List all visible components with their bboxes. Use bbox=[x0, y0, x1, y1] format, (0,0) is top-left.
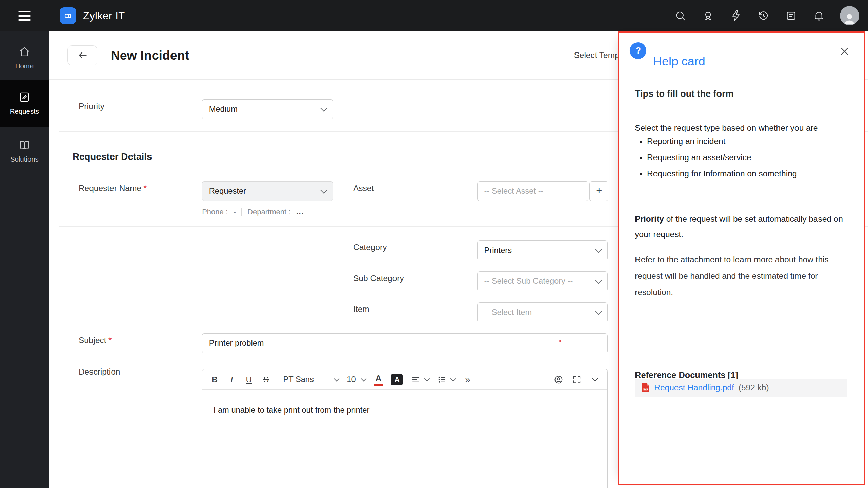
reference-document-row[interactable]: PDF Request Handling.pdf (592 kb) bbox=[635, 379, 847, 397]
user-avatar[interactable] bbox=[840, 6, 859, 25]
strikethrough-button[interactable]: S bbox=[262, 373, 270, 386]
list-item: Reporting an incident bbox=[647, 135, 797, 147]
description-text[interactable]: I am unable to take print out from the p… bbox=[202, 390, 607, 430]
sidebar-item-label: Home bbox=[15, 62, 34, 70]
sidebar-item-requests[interactable]: Requests bbox=[0, 80, 49, 127]
tips-heading: Tips to fill out the form bbox=[635, 89, 733, 99]
priority-note: Priority of the request will be set auto… bbox=[635, 211, 855, 242]
chevron-down-icon bbox=[361, 376, 367, 382]
highlight-color-button[interactable]: A bbox=[391, 374, 403, 385]
department-value[interactable]: ... bbox=[296, 208, 304, 216]
chevron-down-icon bbox=[320, 187, 327, 194]
notifications-icon[interactable] bbox=[812, 9, 825, 22]
bold-button[interactable]: B bbox=[210, 373, 219, 386]
font-size-select[interactable]: 10 bbox=[347, 373, 366, 386]
asset-label: Asset bbox=[353, 184, 374, 193]
sidebar-item-label: Requests bbox=[10, 108, 39, 115]
chevron-down-icon bbox=[595, 246, 602, 253]
meta-divider bbox=[241, 208, 242, 216]
editor-toolbar-right bbox=[554, 373, 600, 386]
chevron-down-icon bbox=[424, 376, 430, 382]
menu-icon[interactable] bbox=[0, 0, 49, 31]
mention-icon[interactable] bbox=[554, 373, 563, 386]
brand-name: Zylker IT bbox=[83, 10, 125, 22]
help-card-panel: ? Help card Tips to fill out the form Se… bbox=[618, 31, 865, 485]
list-item: Requesting for Information on something bbox=[647, 168, 797, 179]
font-family-select[interactable]: PT Sans bbox=[283, 373, 339, 386]
sub-category-select[interactable]: -- Select Sub Category -- bbox=[477, 271, 608, 291]
tips-list: Reporting an incident Requesting an asse… bbox=[635, 135, 797, 185]
category-select[interactable]: Printers bbox=[477, 240, 608, 260]
arrow-left-icon bbox=[77, 50, 88, 61]
sidebar-item-home[interactable]: Home bbox=[0, 40, 49, 76]
chevron-down-icon bbox=[450, 376, 456, 382]
chevron-down-icon bbox=[595, 277, 602, 284]
history-icon[interactable] bbox=[757, 9, 770, 22]
requester-meta: Phone : - Department : ... bbox=[202, 208, 304, 216]
list-button[interactable] bbox=[437, 373, 455, 386]
item-select[interactable]: -- Select Item -- bbox=[477, 302, 608, 322]
sidebar: Home Requests Solutions bbox=[0, 31, 49, 488]
priority-label: Priority bbox=[79, 102, 104, 111]
color-swatch bbox=[374, 384, 382, 386]
zylker-logo-icon bbox=[60, 7, 76, 24]
sidebar-item-solutions[interactable]: Solutions bbox=[0, 133, 49, 169]
topbar: Zylker IT bbox=[0, 0, 868, 31]
requests-icon bbox=[18, 91, 31, 103]
topbar-actions bbox=[674, 6, 859, 25]
tips-intro: Select the request type based on whether… bbox=[635, 123, 818, 133]
whats-new-icon[interactable] bbox=[702, 9, 715, 22]
solutions-icon bbox=[18, 139, 31, 151]
search-icon[interactable] bbox=[674, 9, 687, 22]
priority-select[interactable]: Medium bbox=[202, 99, 333, 119]
app: Zylker IT Home Requests Solutions bbox=[0, 0, 868, 488]
help-card-icon: ? bbox=[630, 42, 646, 59]
required-asterisk: * bbox=[144, 184, 147, 193]
home-icon bbox=[18, 46, 31, 58]
page-title: New Incident bbox=[111, 48, 189, 63]
fullscreen-icon[interactable] bbox=[572, 373, 582, 386]
bullet-list-icon bbox=[437, 375, 447, 384]
align-button[interactable] bbox=[411, 373, 429, 386]
sidebar-item-label: Solutions bbox=[10, 155, 39, 163]
svg-text:PDF: PDF bbox=[643, 388, 648, 390]
underline-button[interactable]: U bbox=[244, 373, 253, 386]
phone-value: - bbox=[233, 208, 236, 216]
italic-button[interactable]: I bbox=[227, 373, 236, 386]
more-tools-button[interactable]: » bbox=[463, 373, 472, 386]
chevron-down-icon bbox=[320, 105, 327, 112]
item-label: Item bbox=[353, 304, 369, 314]
chevron-down-icon bbox=[595, 307, 602, 315]
feedback-icon[interactable] bbox=[784, 9, 798, 22]
chevron-down-icon bbox=[334, 376, 340, 382]
requester-select[interactable]: Requester bbox=[202, 181, 333, 201]
editor-toolbar: B I U S PT Sans 10 A A bbox=[202, 369, 607, 390]
pdf-icon: PDF bbox=[642, 383, 650, 393]
toolbar-collapse-icon[interactable] bbox=[590, 373, 600, 386]
department-label: Department : bbox=[247, 208, 290, 216]
description-label: Description bbox=[79, 367, 120, 377]
required-asterisk: * bbox=[108, 336, 112, 345]
description-editor[interactable]: B I U S PT Sans 10 A A bbox=[202, 369, 608, 488]
reference-document-link[interactable]: Request Handling.pdf bbox=[654, 383, 734, 392]
font-color-button[interactable]: A bbox=[374, 373, 383, 386]
help-card-title: Help card bbox=[653, 54, 705, 68]
attachment-note: Refer to the attachment to learn more ab… bbox=[635, 252, 842, 301]
back-button[interactable] bbox=[67, 45, 97, 65]
help-card-divider bbox=[635, 349, 853, 349]
subject-input[interactable] bbox=[202, 333, 608, 353]
align-left-icon bbox=[411, 375, 421, 384]
category-label: Category bbox=[353, 242, 387, 252]
quick-actions-icon[interactable] bbox=[729, 9, 742, 22]
sub-category-label: Sub Category bbox=[353, 274, 404, 283]
subject-label: Subject* bbox=[79, 336, 112, 345]
requester-name-label: Requester Name* bbox=[79, 184, 147, 193]
add-asset-button[interactable]: + bbox=[589, 181, 608, 201]
phone-label: Phone : bbox=[202, 208, 228, 216]
reference-document-size: (592 kb) bbox=[739, 383, 769, 392]
close-icon[interactable] bbox=[837, 45, 851, 58]
brand: Zylker IT bbox=[60, 7, 125, 24]
list-item: Requesting an asset/service bbox=[647, 152, 797, 163]
asset-select[interactable]: -- Select Asset -- bbox=[477, 181, 588, 201]
requester-details-heading: Requester Details bbox=[73, 151, 152, 162]
